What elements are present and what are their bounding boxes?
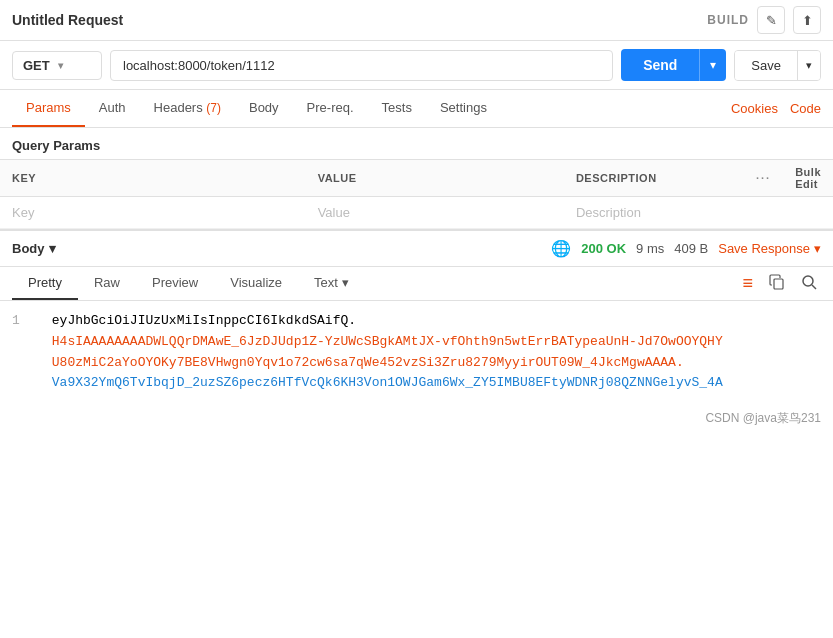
- dots-column-header: ···: [744, 160, 783, 197]
- response-status: 200 OK: [581, 241, 626, 256]
- response-line-3: 3 U80zMiC2aYoOYOKy7BE8VHwgn0Yqv1o72cw6sa…: [12, 353, 821, 374]
- save-response-dropdown-icon: ▾: [814, 241, 821, 256]
- save-button-group: Save ▾: [734, 50, 821, 81]
- response-body: 1 eyJhbGciOiJIUzUxMiIsInppcCI6IkdkdSAifQ…: [0, 301, 833, 404]
- pencil-button[interactable]: ✎: [757, 6, 785, 34]
- request-tabs-bar: Params Auth Headers (7) Body Pre-req. Te…: [0, 90, 833, 128]
- tabs-right-links: Cookies Code: [731, 91, 821, 126]
- response-time: 9 ms: [636, 241, 664, 256]
- url-input[interactable]: [110, 50, 613, 81]
- response-line-1: 1 eyJhbGciOiJIUzUxMiIsInppcCI6IkdkdSAifQ…: [12, 311, 821, 332]
- svg-point-1: [803, 276, 813, 286]
- top-bar: Untitled Request BUILD ✎ ⬆: [0, 0, 833, 41]
- send-button-group: Send ▾: [621, 49, 726, 81]
- url-bar: GET ▾ Send ▾ Save ▾: [0, 41, 833, 90]
- key-column-header: KEY: [0, 160, 306, 197]
- line-number-1: 1: [12, 311, 36, 332]
- page-title: Untitled Request: [12, 12, 123, 28]
- params-table: KEY VALUE DESCRIPTION ··· Bulk Edit Key …: [0, 159, 833, 229]
- method-label: GET: [23, 58, 50, 73]
- tab-prereq[interactable]: Pre-req.: [293, 90, 368, 127]
- response-meta: 🌐 200 OK 9 ms 409 B Save Response ▾: [551, 239, 821, 258]
- response-token-orange-2: H4sIAAAAAAAADWLQQrDMAwE_6JzDJUdp1Z-YzUWc…: [52, 334, 723, 349]
- resp-tab-preview[interactable]: Preview: [136, 267, 214, 300]
- build-label: BUILD: [707, 13, 749, 27]
- value-cell[interactable]: Value: [306, 197, 564, 229]
- tab-auth[interactable]: Auth: [85, 90, 140, 127]
- top-bar-actions: BUILD ✎ ⬆: [707, 6, 821, 34]
- cookies-link[interactable]: Cookies: [731, 91, 778, 126]
- tab-headers[interactable]: Headers (7): [140, 90, 235, 127]
- response-format-tabs: Pretty Raw Preview Visualize Text ▾ ≡: [0, 267, 833, 301]
- save-dropdown-button[interactable]: ▾: [797, 51, 820, 80]
- watermark: CSDN @java菜鸟231: [0, 404, 833, 433]
- key-cell[interactable]: Key: [0, 197, 306, 229]
- response-token-blue-4: Va9X32YmQ6TvIbqjD_2uzSZ6pecz6HTfVcQk6KH3…: [52, 375, 723, 390]
- svg-rect-0: [774, 279, 783, 289]
- response-token-orange-3: U80zMiC2aYoOYOKy7BE8VHwgn0Yqv1o72cw6sa7q…: [52, 355, 684, 370]
- response-line-2: 2 H4sIAAAAAAAADWLQQrDMAwE_6JzDJUdp1Z-YzU…: [12, 332, 821, 353]
- tab-body[interactable]: Body: [235, 90, 293, 127]
- resp-tab-visualize[interactable]: Visualize: [214, 267, 298, 300]
- format-dropdown-chevron-icon: ▾: [342, 275, 349, 290]
- resp-tab-pretty[interactable]: Pretty: [12, 267, 78, 300]
- copy-button[interactable]: [765, 270, 789, 298]
- table-row: Key Value Description: [0, 197, 833, 229]
- bulk-edit-header[interactable]: Bulk Edit: [783, 160, 833, 197]
- code-link[interactable]: Code: [790, 91, 821, 126]
- send-dropdown-button[interactable]: ▾: [699, 49, 726, 81]
- tab-settings[interactable]: Settings: [426, 90, 501, 127]
- description-cell[interactable]: Description: [564, 197, 744, 229]
- resp-tab-raw[interactable]: Raw: [78, 267, 136, 300]
- share-button[interactable]: ⬆: [793, 6, 821, 34]
- query-params-title: Query Params: [0, 128, 833, 159]
- response-size: 409 B: [674, 241, 708, 256]
- globe-icon[interactable]: 🌐: [551, 239, 571, 258]
- save-button[interactable]: Save: [735, 51, 797, 80]
- dots-cell: [744, 197, 783, 229]
- response-bar: Body ▾ 🌐 200 OK 9 ms 409 B Save Response…: [0, 231, 833, 267]
- bulk-edit-cell: [783, 197, 833, 229]
- response-section: Body ▾ 🌐 200 OK 9 ms 409 B Save Response…: [0, 229, 833, 404]
- response-line-4: 4 Va9X32YmQ6TvIbqjD_2uzSZ6pecz6HTfVcQk6K…: [12, 373, 821, 394]
- format-button[interactable]: ≡: [738, 269, 757, 298]
- response-token-black-1: eyJhbGciOiJIUzUxMiIsInppcCI6IkdkdSAifQ.: [52, 313, 356, 328]
- body-dropdown-icon: ▾: [49, 241, 56, 256]
- method-chevron-icon: ▾: [58, 60, 63, 71]
- resp-format-dropdown[interactable]: Text ▾: [298, 267, 365, 300]
- query-params-section: Query Params KEY VALUE DESCRIPTION ··· B…: [0, 128, 833, 229]
- save-response-button[interactable]: Save Response ▾: [718, 241, 821, 256]
- method-selector[interactable]: GET ▾: [12, 51, 102, 80]
- body-label[interactable]: Body ▾: [12, 241, 56, 256]
- search-button[interactable]: [797, 270, 821, 298]
- send-button[interactable]: Send: [621, 49, 699, 81]
- tab-tests[interactable]: Tests: [368, 90, 426, 127]
- description-column-header: DESCRIPTION: [564, 160, 744, 197]
- value-column-header: VALUE: [306, 160, 564, 197]
- response-action-icons: ≡: [738, 269, 821, 298]
- svg-line-2: [812, 285, 816, 289]
- tab-params[interactable]: Params: [12, 90, 85, 127]
